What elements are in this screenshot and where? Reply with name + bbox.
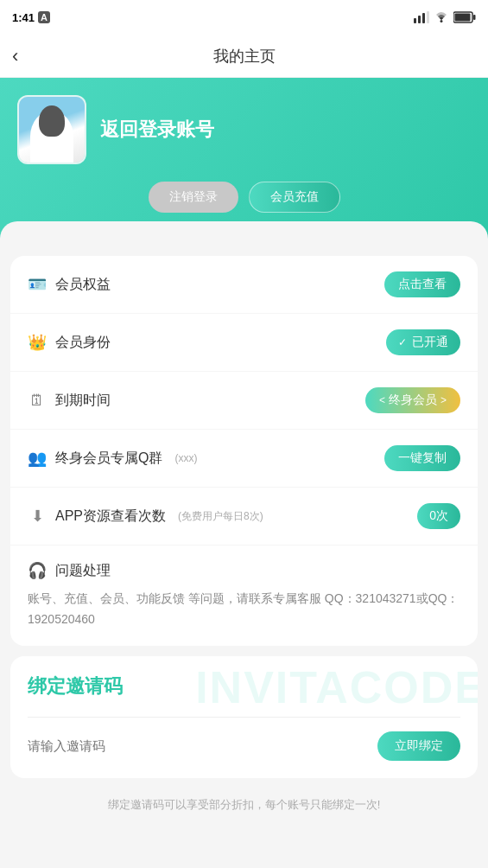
problem-icon: 🎧: [28, 561, 47, 580]
svg-rect-7: [473, 15, 476, 20]
lifetime-badge: < 终身会员 >: [365, 387, 460, 413]
member-rights-label: 会员权益: [55, 276, 111, 294]
copy-badge[interactable]: 一键复制: [384, 445, 460, 471]
status-bar: 1:41 A: [0, 0, 488, 35]
header-text: 返回登录账号: [100, 117, 214, 143]
svg-point-4: [440, 20, 443, 22]
view-badge[interactable]: 点击查看: [384, 271, 460, 297]
header-card: 返回登录账号 注销登录 会员充值: [0, 78, 488, 239]
resource-sublabel: (免费用户每日8次): [178, 509, 263, 524]
svg-rect-1: [418, 16, 421, 23]
status-time: 1:41: [12, 11, 35, 24]
resource-count-item: ⬇ APP资源查看次数 (免费用户每日8次) 0次: [10, 488, 478, 546]
qq-group-label: 终身会员专属Q群: [55, 450, 162, 468]
right-arrow: >: [440, 394, 447, 406]
invite-code-input[interactable]: [28, 738, 367, 753]
status-icons: [414, 11, 476, 23]
member-identity-label: 会员身份: [55, 334, 111, 352]
svg-rect-3: [427, 11, 429, 23]
bind-button[interactable]: 立即绑定: [377, 731, 460, 761]
member-identity-item: 👑 会员身份 ✓ 已开通: [10, 314, 478, 372]
logout-button[interactable]: 注销登录: [149, 182, 238, 213]
expiry-icon: 🗓: [28, 392, 47, 410]
activated-badge: ✓ 已开通: [386, 329, 460, 355]
main-card: 🪪 会员权益 点击查看 👑 会员身份 ✓ 已开通 🗓 到期时间 < 终身会员: [10, 256, 478, 646]
qq-group-icon: 👥: [28, 449, 47, 468]
avatar: [17, 95, 86, 164]
check-icon: ✓: [398, 336, 407, 348]
status-app-icon: A: [38, 11, 50, 23]
expiry-item: 🗓 到期时间 < 终身会员 >: [10, 372, 478, 430]
member-rights-icon: 🪪: [28, 275, 47, 294]
signal-icon: [414, 11, 429, 23]
count-badge: 0次: [417, 503, 460, 529]
wifi-icon: [434, 11, 448, 23]
invite-title: 绑定邀请码: [28, 673, 460, 699]
problem-section: 🎧 问题处理 账号、充值、会员、功能反馈 等问题，请联系专属客服 QQ：3210…: [10, 546, 478, 646]
left-arrow: <: [379, 394, 385, 406]
svg-rect-0: [414, 18, 416, 23]
footer-hint-text: 绑定邀请码可以享受部分折扣，每个账号只能绑定一次!: [108, 798, 381, 811]
invite-card: INVITACODE 绑定邀请码 立即绑定: [10, 656, 478, 778]
resource-label: APP资源查看次数: [55, 507, 166, 526]
resource-icon: ⬇: [28, 507, 47, 526]
svg-rect-2: [422, 13, 425, 23]
expiry-label: 到期时间: [55, 392, 111, 410]
battery-icon: [453, 11, 476, 23]
invite-input-row: 立即绑定: [28, 717, 460, 761]
recharge-button[interactable]: 会员充值: [249, 182, 340, 213]
action-row: 注销登录 会员充值: [17, 182, 471, 213]
top-nav: ‹ 我的主页: [0, 35, 488, 78]
member-identity-icon: 👑: [28, 333, 47, 352]
svg-rect-6: [455, 14, 471, 22]
problem-description: 账号、充值、会员、功能反馈 等问题，请联系专属客服 QQ：321043271或Q…: [28, 589, 460, 630]
problem-title: 问题处理: [55, 562, 111, 580]
member-rights-item[interactable]: 🪪 会员权益 点击查看: [10, 256, 478, 314]
profile-row: 返回登录账号: [17, 95, 471, 164]
return-account-label: 返回登录账号: [100, 117, 214, 143]
footer-hint: 绑定邀请码可以享受部分折扣，每个账号只能绑定一次!: [0, 788, 488, 830]
qq-group-sublabel: (xxx): [174, 452, 197, 464]
qq-group-item: 👥 终身会员专属Q群 (xxx) 一键复制: [10, 430, 478, 488]
back-button[interactable]: ‹: [12, 45, 18, 67]
avatar-image: [19, 97, 85, 163]
page-title: 我的主页: [213, 46, 276, 67]
